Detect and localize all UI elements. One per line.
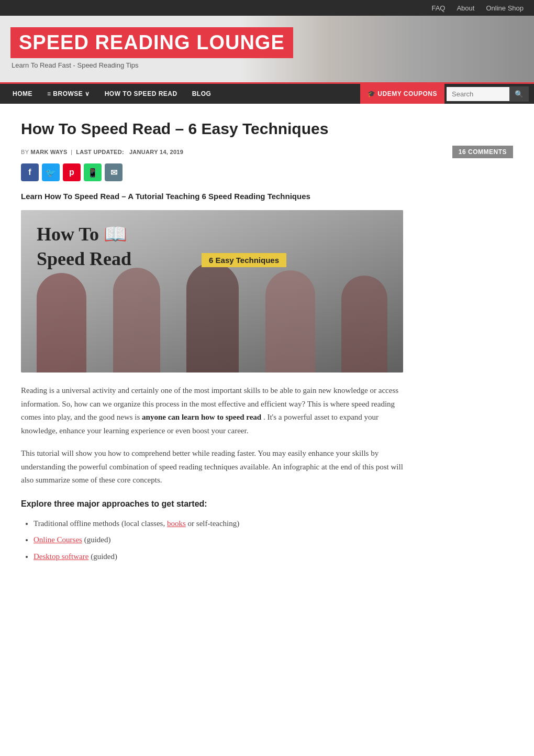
list-item: Desktop software (guided) [34, 550, 403, 564]
hero-main-text-line1: How To 📖 [37, 223, 286, 246]
section-heading: Explore three major approaches to get st… [21, 497, 403, 511]
article-author: MARK WAYS [30, 149, 67, 155]
top-navigation: FAQ About Online Shop [0, 0, 534, 16]
approaches-list: Traditional offline methods (local class… [34, 517, 403, 564]
desktop-software-link[interactable]: Desktop software [34, 552, 88, 561]
nav-udemy-coupons[interactable]: 🎓 UDEMY COUPONS [360, 84, 444, 104]
hero-text-overlay: How To 📖 Speed Read 6 Easy Techniques [37, 223, 286, 270]
nav-how-to-speed-read[interactable]: HOW TO SPEED READ [97, 84, 185, 104]
nav-home[interactable]: HOME [5, 84, 40, 104]
last-updated-date: JANUARY 14, 2019 [129, 149, 183, 155]
online-courses-link[interactable]: Online Courses [34, 535, 82, 544]
list-item: Online Courses (guided) [34, 533, 403, 547]
udemy-icon: 🎓 [368, 90, 376, 97]
twitter-share-button[interactable]: 🐦 [42, 163, 60, 181]
social-icons: f 🐦 p 📱 ✉ [21, 163, 513, 181]
nav-blog[interactable]: BLOG [185, 84, 219, 104]
nav-browse[interactable]: ≡ BROWSE ∨ [40, 84, 97, 104]
article-paragraph-2: This tutorial will show you how to compr… [21, 447, 403, 487]
search-input[interactable] [447, 87, 509, 101]
site-header: SPEED READING LOUNGE Learn To Read Fast … [0, 16, 534, 84]
site-tagline: Learn To Read Fast - Speed Reading Tips [10, 61, 524, 69]
last-updated-label: LAST UPDATED: [76, 149, 124, 155]
content-wrapper: How To Speed Read – 6 Easy Techniques BY… [10, 104, 524, 587]
site-title: SPEED READING LOUNGE [10, 27, 293, 58]
pinterest-share-button[interactable]: p [63, 163, 81, 181]
article-paragraph-1: Reading is a universal activity and cert… [21, 384, 403, 437]
top-nav-online-shop[interactable]: Online Shop [486, 4, 524, 12]
article-meta: BY MARK WAYS | LAST UPDATED: JANUARY 14,… [21, 149, 183, 155]
hero-main-text-line2: Speed Read [37, 248, 131, 270]
article-body: Reading is a universal activity and cert… [21, 384, 403, 563]
udemy-label: UDEMY COUPONS [377, 90, 437, 97]
hero-image: How To 📖 Speed Read 6 Easy Techniques [21, 210, 403, 372]
comments-badge[interactable]: 16 COMMENTS [452, 146, 513, 158]
main-navigation: HOME ≡ BROWSE ∨ HOW TO SPEED READ BLOG 🎓… [0, 84, 534, 104]
books-link[interactable]: books [167, 519, 186, 528]
search-form: 🔍 [447, 86, 529, 102]
whatsapp-share-button[interactable]: 📱 [84, 163, 102, 181]
search-button[interactable]: 🔍 [509, 86, 529, 102]
bold-phrase: anyone can learn how to speed read [142, 413, 261, 421]
article-title: How To Speed Read – 6 Easy Techniques [21, 119, 513, 138]
email-share-button[interactable]: ✉ [105, 163, 123, 181]
facebook-share-button[interactable]: f [21, 163, 39, 181]
article-subtitle: Learn How To Speed Read – A Tutorial Tea… [21, 191, 513, 202]
article-meta-row: BY MARK WAYS | LAST UPDATED: JANUARY 14,… [21, 146, 513, 158]
top-nav-faq[interactable]: FAQ [431, 4, 445, 12]
search-icon: 🔍 [515, 90, 524, 98]
list-item: Traditional offline methods (local class… [34, 517, 403, 531]
hero-badge: 6 Easy Techniques [202, 253, 286, 267]
top-nav-about[interactable]: About [457, 4, 474, 12]
